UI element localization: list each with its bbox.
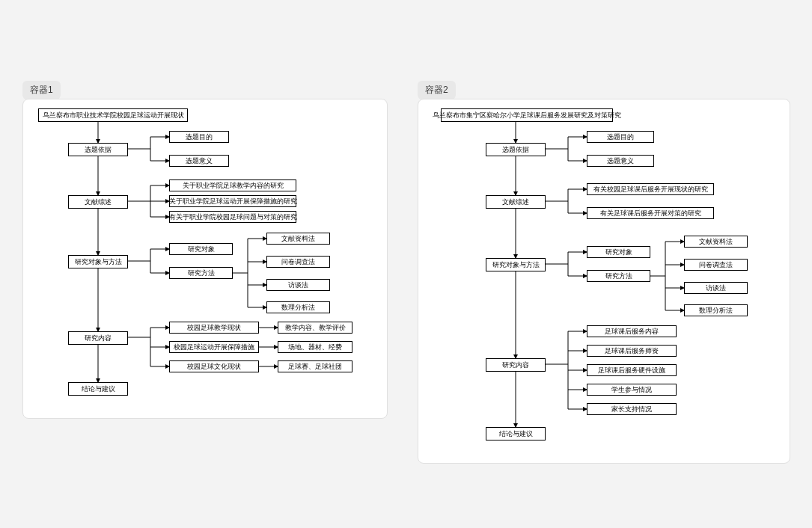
c2-m4: 数理分析法 [684,304,748,316]
c2-m1: 文献资料法 [684,236,748,248]
c1-duixiang-fangfa: 研究对象与方法 [68,255,128,268]
c1-nr2: 校园足球运动开展保障措施 [169,341,259,353]
c1-wenxian: 文献综述 [68,195,128,209]
container2-label: 容器2 [418,81,456,99]
c2-nr3: 足球课后服务硬件设施 [587,364,677,376]
c2-xuanti-yiyi: 选题意义 [587,155,654,167]
c2-fangfa: 研究方法 [587,270,650,282]
c1-xuanti: 选题依据 [68,143,128,156]
c2-wenxian: 文献综述 [486,195,546,209]
c1-title: 乌兰察布市职业技术学院校园足球运动开展现状 [38,108,188,122]
c1-nr1r: 教学内容、教学评价 [278,322,352,334]
c2-duixiang: 研究对象 [587,246,650,258]
c1-nr2r: 场地、器材、经费 [278,341,352,353]
c1-m4: 数理分析法 [266,301,330,313]
c2-wx2: 有关足球课后服务开展对策的研究 [587,207,714,219]
c1-nr3r: 足球赛、足球社团 [278,360,352,372]
c1-nr1: 校园足球教学现状 [169,322,259,334]
c1-neirong: 研究内容 [68,331,128,345]
c2-m3: 访谈法 [684,282,748,294]
panel-2: 乌兰察布市集宁区察哈尔小学足球课后服务发展研究及对策研究 选题依据 选题目的 选… [418,99,790,464]
c2-duixiang-fangfa: 研究对象与方法 [486,258,546,271]
c2-nr4: 学生参与情况 [587,384,677,396]
c1-duixiang: 研究对象 [169,243,233,255]
c1-wx2: 关于职业学院足球运动开展保障措施的研究 [169,195,296,207]
c2-xuanti: 选题依据 [486,143,546,156]
c2-nr1: 足球课后服务内容 [587,325,677,337]
c2-nr5: 家长支持情况 [587,403,677,415]
c1-m2: 问卷调查法 [266,256,330,268]
c2-neirong: 研究内容 [486,358,546,372]
c1-xuanti-mudi: 选题目的 [169,131,229,143]
c2-jielun: 结论与建议 [486,427,546,440]
c1-fangfa: 研究方法 [169,267,233,279]
c1-wx1: 关于职业学院足球教学内容的研究 [169,179,296,191]
c2-m2: 问卷调查法 [684,259,748,271]
c2-title: 乌兰察布市集宁区察哈尔小学足球课后服务发展研究及对策研究 [441,108,613,122]
c1-jielun: 结论与建议 [68,382,128,396]
c1-m1: 文献资料法 [266,233,330,245]
c2-wx1: 有关校园足球课后服务开展现状的研究 [587,183,714,195]
container1-label: 容器1 [22,81,61,99]
panel-1: 乌兰察布市职业技术学院校园足球运动开展现状 选题依据 选题目的 选题意义 文献综… [22,99,388,419]
c2-nr2: 足球课后服务师资 [587,345,677,357]
c1-nr3: 校园足球文化现状 [169,360,259,372]
c1-m3: 访谈法 [266,279,330,291]
c1-xuanti-yiyi: 选题意义 [169,155,229,167]
c1-wx3: 有关于职业学院校园足球问题与对策的研究 [169,211,296,223]
c2-xuanti-mudi: 选题目的 [587,131,654,143]
